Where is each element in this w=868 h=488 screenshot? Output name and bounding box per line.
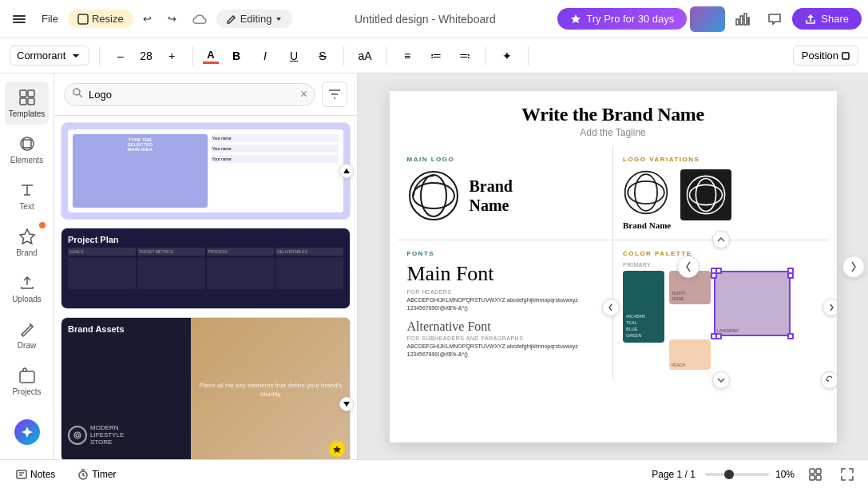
font-selector[interactable]: Cormorant bbox=[10, 46, 89, 65]
logo-var-dark bbox=[680, 169, 731, 220]
case-button[interactable]: aA bbox=[354, 45, 376, 67]
down-color-button[interactable] bbox=[712, 371, 730, 389]
analytics-button[interactable] bbox=[728, 5, 757, 34]
separator bbox=[528, 46, 529, 65]
main-layout: Templates Elements Text bbox=[0, 73, 868, 459]
fullscreen-button[interactable] bbox=[836, 463, 858, 486]
svg-marker-4 bbox=[571, 14, 581, 23]
main-logo-content: BrandName bbox=[407, 169, 604, 222]
list-button[interactable]: ≔ bbox=[425, 45, 447, 67]
file-button[interactable]: File bbox=[35, 10, 65, 28]
svg-point-31 bbox=[690, 184, 723, 204]
svg-marker-18 bbox=[22, 427, 33, 438]
swatch-3[interactable]: LAVENDER bbox=[714, 271, 791, 336]
bottom-bar: Notes Timer Page 1 / 1 10% bbox=[0, 459, 868, 488]
scroll-up-button[interactable] bbox=[339, 164, 354, 178]
sidebar-item-projects[interactable]: Projects bbox=[5, 359, 49, 403]
search-input[interactable] bbox=[64, 83, 315, 106]
strikethrough-button[interactable]: S bbox=[311, 45, 334, 67]
prev-color-button[interactable] bbox=[602, 299, 620, 316]
canvas-title: Untitled design - Whiteboard bbox=[295, 13, 554, 26]
svg-point-26 bbox=[625, 171, 668, 213]
position-button[interactable]: Position bbox=[793, 46, 858, 65]
svg-rect-34 bbox=[810, 469, 814, 474]
fonts-label: FONTS bbox=[407, 250, 604, 257]
sidebar-item-elements[interactable]: Elements bbox=[5, 128, 49, 171]
italic-button[interactable]: I bbox=[254, 45, 276, 67]
svg-rect-15 bbox=[23, 140, 31, 148]
main-logo-label: MAIN LOGO bbox=[407, 156, 604, 163]
up-color-button[interactable] bbox=[712, 231, 730, 248]
notes-button[interactable]: Notes bbox=[10, 466, 61, 483]
scroll-down-button[interactable] bbox=[339, 397, 354, 411]
sidebar-item-brand[interactable]: Brand bbox=[5, 220, 49, 264]
zoom-slider-thumb[interactable] bbox=[724, 470, 734, 479]
grid-view-button[interactable] bbox=[804, 463, 826, 486]
comments-button[interactable] bbox=[760, 5, 789, 34]
ai-assistant-button[interactable] bbox=[5, 413, 49, 451]
effects-button[interactable]: ✦ bbox=[496, 45, 518, 67]
search-clear-button[interactable]: × bbox=[300, 87, 307, 101]
sidebar-item-draw[interactable]: Draw bbox=[5, 313, 49, 356]
zoom-slider[interactable] bbox=[705, 473, 769, 476]
handle-right[interactable] bbox=[787, 272, 794, 279]
next-color-button[interactable] bbox=[822, 299, 837, 316]
canvas-right-nav[interactable] bbox=[842, 256, 865, 278]
template-card[interactable]: Project Plan GOALS TARGET METRICS PROCES… bbox=[61, 228, 351, 309]
separator bbox=[99, 46, 100, 65]
fonts-section: FONTS Main Font FOR HEADERS ABCDEFGHIJKL… bbox=[398, 240, 613, 379]
color-swatches: #0C4B4B TEAL BLUE GREEN DUSTYROSE bbox=[623, 271, 819, 370]
undo-button[interactable]: ↩ bbox=[137, 10, 158, 28]
svg-point-27 bbox=[635, 174, 657, 211]
page-info: Page 1 / 1 bbox=[652, 469, 696, 480]
draw-icon bbox=[18, 319, 37, 339]
resize-button[interactable]: Resize bbox=[68, 10, 133, 28]
ordered-list-button[interactable]: ≕ bbox=[454, 45, 476, 67]
svg-rect-7 bbox=[744, 14, 747, 25]
share-button[interactable]: Share bbox=[792, 8, 862, 30]
bold-button[interactable]: B bbox=[225, 45, 248, 67]
template-card[interactable]: Brand Assets Place all the key elements … bbox=[61, 317, 351, 459]
top-toolbar: File Resize ↩ ↪ Editing Untitled design … bbox=[0, 0, 868, 38]
cloud-save-button[interactable] bbox=[186, 10, 213, 28]
svg-rect-5 bbox=[736, 19, 739, 25]
font-size-decrease[interactable]: – bbox=[109, 45, 132, 67]
redo-button[interactable]: ↪ bbox=[161, 10, 183, 28]
svg-rect-2 bbox=[13, 22, 26, 23]
svg-rect-10 bbox=[20, 90, 26, 97]
sidebar-item-templates[interactable]: Templates bbox=[5, 81, 49, 125]
font-size-control: – 28 + bbox=[109, 45, 183, 67]
sidebar-item-uploads[interactable]: Uploads bbox=[5, 267, 49, 310]
svg-rect-35 bbox=[816, 469, 821, 474]
logo-variations-content: Brand Name bbox=[623, 169, 819, 230]
search-icon bbox=[72, 87, 83, 101]
alt-font-display: Alternative Font bbox=[407, 319, 604, 334]
color-swatch-preview[interactable] bbox=[690, 6, 725, 32]
canvas-left-nav[interactable] bbox=[677, 256, 700, 278]
handle-left[interactable] bbox=[711, 272, 717, 279]
rotate-color-button[interactable] bbox=[821, 371, 837, 389]
underline-button[interactable]: U bbox=[283, 45, 305, 67]
handle-br[interactable] bbox=[787, 333, 794, 339]
svg-rect-37 bbox=[816, 475, 821, 480]
font-size-increase[interactable]: + bbox=[161, 45, 183, 67]
timer-button[interactable]: Timer bbox=[71, 466, 122, 483]
editing-mode-button[interactable]: Editing bbox=[216, 10, 293, 28]
filter-button[interactable] bbox=[322, 81, 347, 107]
align-button[interactable]: ≡ bbox=[396, 45, 418, 67]
secondary-toolbar: Cormorant – 28 + A B I U S aA ≡ ≔ ≕ ✦ Po… bbox=[0, 38, 868, 73]
svg-rect-6 bbox=[740, 16, 743, 25]
hamburger-button[interactable] bbox=[6, 6, 32, 32]
brand-grid: MAIN LOGO BrandName LOGO VARIATIONS bbox=[398, 146, 829, 379]
main-logo-section: MAIN LOGO BrandName bbox=[398, 146, 613, 240]
pro-button[interactable]: Try Pro for 30 days bbox=[557, 8, 687, 30]
canvas-area[interactable]: Write the Brand Name Add the Tagline MAI… bbox=[358, 73, 868, 459]
main-font-display: Main Font bbox=[407, 262, 604, 286]
main-logo-icon bbox=[407, 169, 460, 222]
ai-icon bbox=[14, 419, 40, 445]
sidebar-item-text[interactable]: Text bbox=[5, 174, 49, 217]
template-card[interactable]: TYPE THE SELECTED MAIN IDEA Your name Yo… bbox=[61, 122, 351, 220]
handle-bottom[interactable] bbox=[715, 333, 722, 339]
text-color-button[interactable]: A bbox=[203, 48, 219, 64]
font-size-value[interactable]: 28 bbox=[135, 48, 157, 64]
